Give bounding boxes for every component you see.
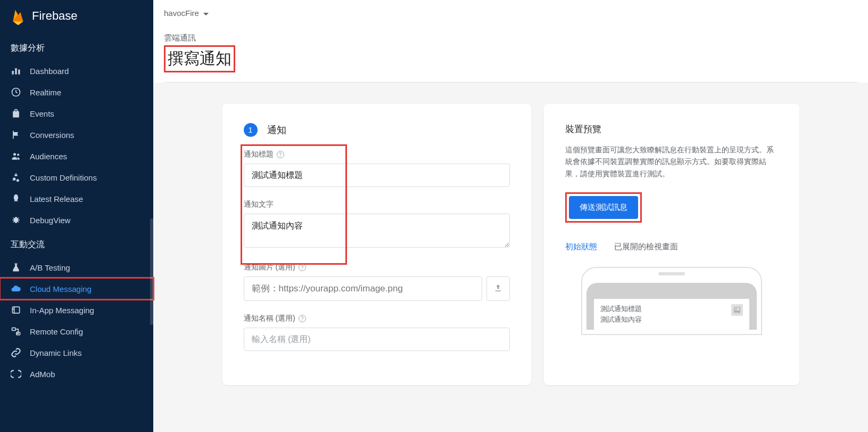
rocket-icon <box>11 193 21 204</box>
sidebar-item-label: Realtime <box>30 88 61 97</box>
upload-button[interactable] <box>486 276 510 301</box>
brand-row[interactable]: Firebase <box>0 0 153 34</box>
notif-title: 測試通知標題 <box>600 304 731 314</box>
help-icon[interactable]: ? <box>299 315 306 322</box>
clock-icon <box>11 87 21 97</box>
sidebar-item-label: Events <box>30 109 54 118</box>
notif-body: 測試通知內容 <box>600 315 731 324</box>
svg-rect-0 <box>12 71 14 75</box>
sidebar-item-label: Audiences <box>30 152 67 161</box>
cloud-icon <box>11 283 21 294</box>
image-input[interactable] <box>244 276 482 301</box>
admob-icon <box>11 369 21 379</box>
main-content: havocFire 雲端通訊 撰寫通知 1 通知 通知標題 ? <box>153 0 868 432</box>
sidebar-item-conversions[interactable]: Conversions <box>0 124 153 145</box>
field-image: 通知圖片 (選用) ? <box>244 263 510 301</box>
sidebar-section-engage: 互動交流 <box>0 231 153 257</box>
tab-expanded-view[interactable]: 已展開的檢視畫面 <box>614 242 678 254</box>
step-number-badge: 1 <box>244 123 258 137</box>
svg-point-5 <box>17 153 19 156</box>
remote-config-icon <box>11 326 21 337</box>
help-icon[interactable]: ? <box>277 151 284 158</box>
svg-point-10 <box>735 308 737 309</box>
sidebar-item-label: Dashboard <box>30 67 69 76</box>
tab-initial-state[interactable]: 初始狀態 <box>565 242 597 254</box>
sidebar-item-audiences[interactable]: Audiences <box>0 145 153 167</box>
sidebar-item-ab-testing[interactable]: A/B Testing <box>0 257 153 278</box>
svg-rect-2 <box>18 70 20 75</box>
sidebar-section-analytics: 數據分析 <box>0 34 153 60</box>
sidebar-item-label: Cloud Messaging <box>30 284 92 294</box>
sidebar-item-cloud-messaging[interactable]: Cloud Messaging <box>0 278 153 299</box>
sidebar-item-inapp-messaging[interactable]: In-App Messaging <box>0 299 153 321</box>
step-title: 通知 <box>267 124 286 136</box>
name-input[interactable] <box>244 328 510 351</box>
body-label: 通知文字 <box>244 200 274 209</box>
sidebar-item-dynamic-links[interactable]: Dynamic Links <box>0 342 153 363</box>
preview-title: 裝置預覽 <box>565 123 778 135</box>
field-title: 通知標題 ? <box>244 150 510 187</box>
sidebar-item-events[interactable]: Events <box>0 103 153 124</box>
title-input[interactable] <box>244 164 510 187</box>
svg-rect-1 <box>15 68 16 75</box>
page-title-text: 撰寫通知 <box>164 45 235 72</box>
svg-rect-6 <box>12 307 19 313</box>
preview-description: 這個預覽畫面可讓您大致瞭解訊息在行動裝置上的呈現方式。系統會依據不同裝置調整實際… <box>565 144 778 180</box>
sidebar-item-custom-definitions[interactable]: Custom Definitions <box>0 167 153 188</box>
sidebar-item-dashboard[interactable]: Dashboard <box>0 60 153 81</box>
sidebar-item-label: Dynamic Links <box>30 348 82 357</box>
field-body: 通知文字 <box>244 200 510 250</box>
help-icon[interactable]: ? <box>299 264 306 271</box>
phone-speaker <box>658 272 685 275</box>
project-name: havocFire <box>164 9 199 18</box>
compose-card: 1 通知 通知標題 ? 通知文字 <box>222 104 531 385</box>
bar-chart-icon <box>11 66 21 76</box>
shapes-icon <box>11 172 21 183</box>
events-icon <box>11 108 21 119</box>
preview-card: 裝置預覽 這個預覽畫面可讓您大致瞭解訊息在行動裝置上的呈現方式。系統會依據不同裝… <box>544 104 799 385</box>
name-label: 通知名稱 (選用) <box>244 314 295 323</box>
sidebar-item-realtime[interactable]: Realtime <box>0 81 153 103</box>
people-icon <box>11 151 21 161</box>
bug-icon <box>11 215 21 225</box>
image-label: 通知圖片 (選用) <box>244 263 295 272</box>
sidebar-scrollbar[interactable] <box>150 218 153 325</box>
sidebar-item-label: DebugView <box>30 216 70 225</box>
inapp-icon <box>11 305 21 315</box>
title-label: 通知標題 <box>244 150 274 159</box>
sidebar-item-latest-release[interactable]: Latest Release <box>0 188 153 209</box>
field-name: 通知名稱 (選用) ? <box>244 314 510 351</box>
body-input[interactable] <box>244 214 510 248</box>
svg-point-4 <box>13 153 16 156</box>
flask-icon <box>11 262 21 273</box>
flag-icon <box>11 129 21 140</box>
project-selector[interactable]: havocFire <box>164 9 209 18</box>
sidebar-item-label: AdMob <box>30 370 55 379</box>
sidebar: Firebase 數據分析 Dashboard Realtime Events … <box>0 0 153 432</box>
page-header: havocFire 雲端通訊 撰寫通知 <box>153 0 868 83</box>
sidebar-item-admob[interactable]: AdMob <box>0 363 153 385</box>
notification-preview: 測試通知標題 測試通知內容 <box>594 299 749 330</box>
send-test-button[interactable]: 傳送測試訊息 <box>569 196 638 219</box>
step-header: 1 通知 <box>244 123 510 137</box>
sidebar-item-label: Remote Config <box>30 327 83 336</box>
breadcrumb: 雲端通訊 <box>164 33 857 43</box>
firebase-logo-icon <box>11 7 26 25</box>
sidebar-item-label: Latest Release <box>30 194 83 203</box>
svg-rect-7 <box>12 328 16 330</box>
sidebar-item-label: Custom Definitions <box>30 173 97 182</box>
phone-mockup: 測試通知標題 測試通知內容 <box>581 267 762 335</box>
page-title: 撰寫通知 <box>164 45 857 83</box>
image-placeholder-icon <box>731 304 743 316</box>
upload-icon <box>493 283 503 295</box>
sidebar-item-label: In-App Messaging <box>30 306 94 315</box>
chevron-down-icon <box>203 9 209 18</box>
link-icon <box>11 347 21 358</box>
phone-screen: 測試通知標題 測試通知內容 <box>586 283 757 330</box>
sidebar-item-remote-config[interactable]: Remote Config <box>0 321 153 342</box>
sidebar-item-label: Conversions <box>30 131 74 140</box>
brand-name: Firebase <box>32 9 78 23</box>
sidebar-item-label: A/B Testing <box>30 263 70 272</box>
preview-tabs: 初始狀態 已展開的檢視畫面 <box>565 242 778 254</box>
sidebar-item-debugview[interactable]: DebugView <box>0 209 153 231</box>
